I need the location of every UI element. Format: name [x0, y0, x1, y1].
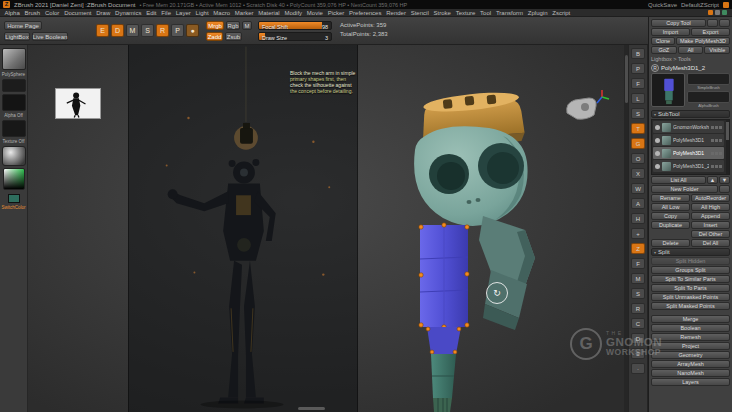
rotate-view-icon[interactable]: R	[631, 303, 645, 314]
default-zscript-button[interactable]: DefaultZScript	[681, 2, 719, 8]
scale-gyro-icon[interactable]: S	[141, 24, 154, 37]
menu-item[interactable]: Preferences	[347, 10, 384, 16]
subtool-scrollbar[interactable]	[726, 120, 729, 174]
shoulder-subtool[interactable]	[479, 216, 535, 330]
split-action-button[interactable]: Split Masked Points	[651, 302, 730, 310]
actual-size-icon[interactable]: H	[631, 213, 645, 224]
goz-visible-button[interactable]: Visible	[704, 46, 730, 54]
custom-ui-icon[interactable]	[722, 10, 727, 15]
rgb-button[interactable]: Rgb	[226, 21, 240, 30]
split-action-button[interactable]: Split Hidden	[651, 257, 730, 265]
ghost-icon[interactable]: G	[631, 138, 645, 149]
zoom-icon[interactable]: Z	[631, 243, 645, 254]
palette-section-button[interactable]: Boolean	[651, 324, 730, 332]
head-subtool[interactable]	[414, 126, 527, 226]
clone-button[interactable]: Clone	[651, 37, 675, 45]
canvas-horizontal-scrollbar[interactable]	[298, 407, 325, 410]
document-canvas[interactable]: Block the mech arm in simpleprimary shap…	[28, 45, 628, 412]
eye-icon[interactable]	[655, 125, 660, 130]
move-gyro-icon[interactable]: M	[126, 24, 139, 37]
quick-pick-thumb[interactable]	[687, 73, 730, 85]
floor-icon[interactable]: F	[631, 78, 645, 89]
load-tool-icon[interactable]	[707, 19, 718, 27]
restore-config-icon[interactable]: R	[651, 64, 659, 72]
subtool-action-button[interactable]: Delete	[651, 239, 690, 247]
menu-item[interactable]: Stroke	[431, 10, 453, 16]
subtool-action-button[interactable]: Append	[691, 212, 730, 220]
palette-section-button[interactable]: NanoMesh	[651, 369, 730, 377]
reference-image-panel[interactable]	[128, 45, 358, 412]
subtool-up-button[interactable]: ▲	[707, 176, 718, 184]
palette-section-button[interactable]: Project	[651, 342, 730, 350]
m-button[interactable]: M	[242, 21, 252, 30]
menu-item[interactable]: Edit	[144, 10, 159, 16]
menu-item[interactable]: Color	[43, 10, 62, 16]
frame-icon[interactable]: F	[631, 258, 645, 269]
split-action-button[interactable]: Groups Split	[651, 266, 730, 274]
paint-mode-icon[interactable]: P	[171, 24, 184, 37]
palette-section-button[interactable]: Geometry	[651, 351, 730, 359]
menu-item[interactable]: Material	[256, 10, 282, 16]
live-boolean-button[interactable]: Live Boolean	[32, 32, 68, 41]
menu-item[interactable]: File	[159, 10, 173, 16]
menu-item[interactable]: Dynamics	[113, 10, 144, 16]
import-button[interactable]: Import	[651, 28, 690, 36]
subtool-action-button[interactable]: Del All	[691, 239, 730, 247]
split-action-button[interactable]: Split To Similar Parts	[651, 275, 730, 283]
menu-icon[interactable]: ≡	[631, 348, 645, 359]
export-button[interactable]: Export	[691, 28, 730, 36]
PolyMesh3D1_2[interactable]: PolyMesh3D1_2	[653, 160, 724, 172]
persp-icon[interactable]: P	[631, 63, 645, 74]
menu-item[interactable]: Modify	[282, 10, 304, 16]
menu-item[interactable]: Macro	[211, 10, 232, 16]
solo-icon[interactable]: O	[631, 153, 645, 164]
local-icon[interactable]: L	[631, 93, 645, 104]
subtool-action-button[interactable]: Duplicate	[651, 221, 690, 229]
dot-icon[interactable]: ·	[631, 363, 645, 374]
split-section-header[interactable]: Split	[651, 248, 730, 256]
switch-color-swatch[interactable]	[8, 194, 20, 203]
menu-item[interactable]: Tool	[478, 10, 494, 16]
menu-item[interactable]: Stencil	[408, 10, 431, 16]
save-tool-icon[interactable]	[719, 19, 730, 27]
focal-shift-slider[interactable]: Focal Shift 98	[258, 21, 332, 30]
forearm-subtool[interactable]	[431, 354, 456, 412]
menu-item[interactable]: Draw	[94, 10, 113, 16]
subtool-action-button[interactable]: Copy	[651, 212, 690, 220]
subtool-action-button[interactable]: Del Other	[691, 230, 730, 238]
bpr-icon[interactable]: B	[631, 48, 645, 59]
divider-config-icon[interactable]	[715, 10, 720, 15]
subtool-action-button[interactable]: All High	[691, 203, 730, 211]
current-tool-thumb[interactable]	[2, 48, 26, 70]
edit-object-icon[interactable]: E	[96, 24, 109, 37]
list-all-button[interactable]: List All	[651, 176, 706, 184]
palette-icon[interactable]	[708, 10, 713, 15]
material-ball-icon[interactable]: ●	[186, 24, 199, 37]
menu-item[interactable]: Zplugin	[525, 10, 549, 16]
subtool-mini-icons[interactable]	[711, 126, 722, 129]
polyframe-icon[interactable]: W	[631, 183, 645, 194]
active-tool-thumb[interactable]	[651, 73, 685, 107]
aa-half-icon[interactable]: A	[631, 198, 645, 209]
subtool-action-button[interactable]: AutoReorder	[691, 194, 730, 202]
draw-pointer-icon[interactable]: D	[111, 24, 124, 37]
menu-item[interactable]: Light	[193, 10, 211, 16]
transp-icon[interactable]: T	[631, 123, 645, 134]
reference-thumbnail[interactable]	[55, 88, 101, 119]
goz-all-button[interactable]: All	[678, 46, 704, 54]
menu-item[interactable]: Render	[384, 10, 408, 16]
menu-item[interactable]: Document	[62, 10, 94, 16]
move-view-icon[interactable]: M	[631, 273, 645, 284]
elbow-subtool[interactable]	[419, 223, 469, 354]
palette-section-button[interactable]: Layers	[651, 378, 730, 386]
alpha-thumb[interactable]	[2, 94, 26, 111]
menu-item[interactable]: Brush	[22, 10, 42, 16]
palette-section-button[interactable]: ArrayMesh	[651, 360, 730, 368]
texture-thumb[interactable]	[2, 120, 26, 137]
subtool-action-button[interactable]: Insert	[691, 221, 730, 229]
copy-tool-button[interactable]: Copy Tool	[651, 19, 706, 27]
goz-button[interactable]: GoZ	[651, 46, 677, 54]
menu-item[interactable]: Alpha	[2, 10, 22, 16]
folder-options-icon[interactable]	[719, 185, 730, 193]
zadd-button[interactable]: Zadd	[206, 32, 223, 41]
